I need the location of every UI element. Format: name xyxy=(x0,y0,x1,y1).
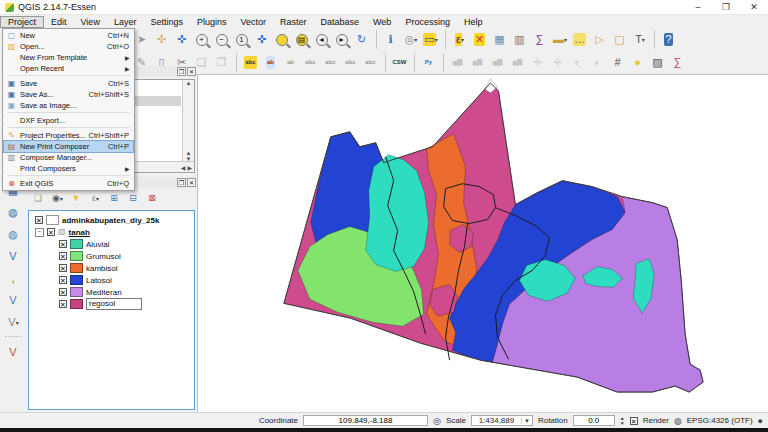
layer-label[interactable]: adminkabupaten_diy_25k xyxy=(62,216,159,225)
class-label[interactable]: regosol xyxy=(86,298,142,310)
layer-visibility-checkbox[interactable] xyxy=(35,216,43,224)
menu-item-project-properties[interactable]: ✎ Project Properties... Ctrl+Shift+P ▶ xyxy=(4,130,133,141)
menu-row[interactable]: ▶ xyxy=(7,175,130,177)
close-button[interactable]: ✕ xyxy=(740,0,768,14)
add-wcs-layer-icon[interactable]: ◍ ▾ xyxy=(3,224,23,244)
menu-item-new-from-template[interactable]: New From Template ▶ xyxy=(4,52,133,63)
render-checkbox[interactable] xyxy=(630,417,638,425)
menu-row[interactable]: ▶ xyxy=(7,112,130,114)
zoom-in-icon[interactable]: + ▾ xyxy=(192,30,211,49)
layer-label[interactable]: tanah xyxy=(69,228,90,237)
zoom-native-icon[interactable]: 1 ▾ xyxy=(232,30,251,49)
class-label[interactable]: Aluvial xyxy=(86,240,110,249)
class-visibility-checkbox[interactable] xyxy=(59,264,67,272)
identify-features-icon[interactable]: ℹ ▾ xyxy=(376,30,400,49)
python-console-icon[interactable]: Py ▾ xyxy=(414,53,438,72)
class-color-swatch[interactable] xyxy=(70,275,83,285)
new-shapefile-layer-icon[interactable]: V ▾ xyxy=(3,312,23,332)
menu-item-open[interactable]: ▨ Open... Ctrl+O ▶ xyxy=(4,41,133,52)
pan-to-selection-icon[interactable]: ✜ ▾ xyxy=(172,30,191,49)
add-wfs-layer-icon[interactable]: V ▾ xyxy=(3,246,23,266)
class-color-swatch[interactable] xyxy=(70,263,83,273)
class-label[interactable]: Latosol xyxy=(86,276,112,285)
layer-tree[interactable]: adminkabupaten_diy_25k − ▧ tanah Aluvial xyxy=(28,210,195,410)
menu-item-dxf-export[interactable]: DXF Export... ▶ xyxy=(4,115,133,126)
menu-item-composer-manager[interactable]: ▥ Composer Manager... ▶ xyxy=(4,152,133,163)
class-visibility-checkbox[interactable] xyxy=(59,300,67,308)
log-messages-icon[interactable]: ● xyxy=(758,416,763,426)
layer-labeling-icon[interactable]: abc ▾ xyxy=(236,53,260,72)
menu-row[interactable]: ▶ xyxy=(7,127,130,129)
local-histogram-stretch-icon[interactable]: ▅▇ ▾ xyxy=(443,53,467,72)
rotation-input[interactable] xyxy=(573,415,615,426)
label-properties-icon[interactable]: abc ▾ xyxy=(361,53,380,72)
menu-item-exit-qgis[interactable]: ⊗ Exit QGIS Ctrl+Q ▶ xyxy=(4,178,133,189)
menu-database[interactable]: Database xyxy=(314,16,367,28)
increase-brightness-icon[interactable]: ✛ ▾ xyxy=(528,53,547,72)
raster-calculator-icon[interactable]: ● ▾ xyxy=(628,53,647,72)
zoom-to-layer-icon[interactable]: ▤ ▾ xyxy=(292,30,311,49)
zoom-full-icon[interactable]: ✜ ▾ xyxy=(252,30,271,49)
class-visibility-checkbox[interactable] xyxy=(59,240,67,248)
show-bookmarks-icon[interactable]: ▢ ▾ xyxy=(610,30,629,49)
menu-item-new-print-composer[interactable]: ▤ New Print Composer Ctrl+P ▶ xyxy=(4,141,133,152)
add-virtual-layer-icon[interactable]: V ▾ xyxy=(3,290,23,310)
zonal-statistics-icon[interactable]: ∑ ▾ xyxy=(668,53,687,72)
decrease-brightness-icon[interactable]: ✛ ▾ xyxy=(548,53,567,72)
deselect-features-icon[interactable]: ✕ ▾ xyxy=(470,30,489,49)
field-calculator-icon[interactable]: ▥ ▾ xyxy=(510,30,529,49)
class-visibility-checkbox[interactable] xyxy=(59,276,67,284)
label-visibility-icon[interactable]: abc ▾ xyxy=(301,53,320,72)
remove-layer-icon[interactable]: ⊠ ▾ xyxy=(144,190,160,206)
add-delimited-text-layer-icon[interactable]: , ▾ xyxy=(3,268,23,288)
local-cumulative-stretch-icon[interactable]: ▅▇ ▾ xyxy=(488,53,507,72)
grid-icon[interactable]: # ▾ xyxy=(608,53,627,72)
raster-histogram-icon[interactable]: ▨ ▾ xyxy=(648,53,667,72)
map-canvas[interactable] xyxy=(197,74,768,412)
select-features-icon[interactable]: ▭ ▾ xyxy=(421,30,440,49)
menu-raster[interactable]: Raster xyxy=(273,16,314,28)
chevron-down-icon[interactable]: ▼ xyxy=(521,418,532,424)
float-panel-button[interactable]: ❐ xyxy=(177,178,186,187)
rotation-spinner[interactable]: ▲▼ xyxy=(620,416,625,426)
layer-row-adminkabupaten[interactable]: adminkabupaten_diy_25k xyxy=(29,214,194,226)
menu-web[interactable]: Web xyxy=(366,16,398,28)
menu-item-save-as-image[interactable]: ▣ Save as Image... ▶ xyxy=(4,100,133,111)
menu-item-new[interactable]: ▢ New Ctrl+N ▶ xyxy=(4,30,133,41)
coordinate-input[interactable] xyxy=(303,415,428,426)
class-label[interactable]: Grumusol xyxy=(86,252,121,261)
menu-plugins[interactable]: Plugins xyxy=(190,16,234,28)
full-cumulative-stretch-icon[interactable]: ▅▇ ▾ xyxy=(508,53,527,72)
refresh-map-icon[interactable]: ↻ ▾ xyxy=(352,30,371,49)
manage-visibility-icon[interactable]: ◉ ▾ xyxy=(49,190,65,206)
maximize-button[interactable]: ❐ xyxy=(712,0,740,14)
measure-icon[interactable]: ▬ ▾ xyxy=(550,30,569,49)
menu-item-open-recent[interactable]: Open Recent ▶ xyxy=(4,63,133,74)
close-panel-button[interactable]: ✕ xyxy=(187,67,196,76)
class-color-swatch[interactable] xyxy=(70,287,83,297)
zoom-next-icon[interactable]: ▸ ▾ xyxy=(332,30,351,49)
add-wms-layer-icon[interactable]: ◍ ▾ xyxy=(3,202,23,222)
menu-item-save[interactable]: ▣ Save Ctrl+S ▶ xyxy=(4,78,133,89)
layer-row-tanah[interactable]: − ▧ tanah xyxy=(29,226,194,238)
menu-settings[interactable]: Settings xyxy=(143,16,190,28)
scroll-right-icon[interactable]: ▶ xyxy=(187,164,192,171)
pan-map-icon[interactable]: ✣ ▾ xyxy=(152,30,171,49)
menu-item-save-as[interactable]: ▣ Save As... Ctrl+Shift+S ▶ xyxy=(4,89,133,100)
paste-features-icon[interactable]: ❐ ▾ xyxy=(212,53,231,72)
toggle-extents-icon[interactable]: ◎ xyxy=(433,416,441,426)
layer-class-row[interactable]: Grumusol xyxy=(29,250,194,262)
menu-layer[interactable]: Layer xyxy=(107,16,144,28)
new-bookmark-icon[interactable]: ▷ ▾ xyxy=(590,30,609,49)
collapse-expander-icon[interactable]: − xyxy=(35,228,44,237)
crs-status-button[interactable]: EPSG:4326 (OTF) xyxy=(687,416,753,425)
attribute-table-icon[interactable]: ▦ ▾ xyxy=(490,30,509,49)
full-histogram-stretch-icon[interactable]: ▅▇ ▾ xyxy=(468,53,487,72)
collapse-all-icon[interactable]: ⊟ ▾ xyxy=(125,190,141,206)
float-panel-button[interactable]: ❐ xyxy=(177,67,186,76)
layer-class-row[interactable]: Aluvial xyxy=(29,238,194,250)
class-label[interactable]: Mediteran xyxy=(86,288,122,297)
menu-item-print-composers[interactable]: Print Composers ▶ xyxy=(4,163,133,174)
layer-visibility-checkbox[interactable] xyxy=(47,228,55,236)
text-annotation-icon[interactable]: T ▾ xyxy=(630,30,649,49)
